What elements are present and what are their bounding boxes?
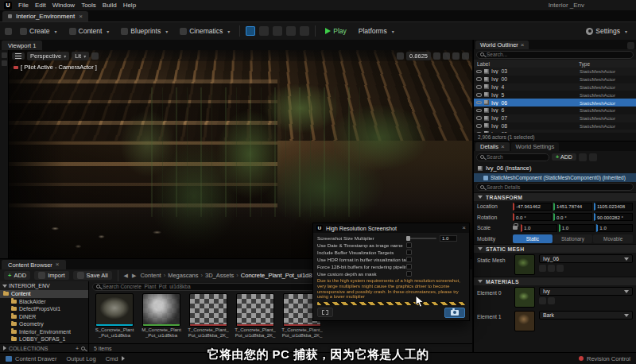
close-icon[interactable]: × bbox=[79, 14, 83, 20]
add-component-button[interactable]: +ADD bbox=[552, 153, 576, 161]
material-1-select[interactable]: Bark bbox=[539, 311, 633, 319]
rail-outliner-icon[interactable] bbox=[2, 60, 7, 66]
browse-to-asset-icon[interactable] bbox=[548, 297, 555, 304]
static-mesh-section-header[interactable]: STATIC MESH bbox=[474, 244, 636, 253]
visibility-eye-icon[interactable] bbox=[476, 93, 482, 97]
transform-section-header[interactable]: TRANSFORM bbox=[474, 192, 636, 201]
visibility-eye-icon[interactable] bbox=[476, 101, 482, 105]
exposure-value[interactable]: 0.8625 bbox=[406, 52, 431, 60]
visibility-eye-icon[interactable] bbox=[476, 77, 482, 81]
play-button[interactable]: Play bbox=[321, 25, 351, 37]
landscape-mode-icon[interactable] bbox=[259, 26, 269, 36]
mobility-stationary-button[interactable]: Stationary bbox=[553, 234, 593, 243]
visibility-eye-icon[interactable] bbox=[476, 85, 482, 89]
static-mesh-select[interactable]: Ivy_06 bbox=[539, 254, 633, 263]
visibility-eye-icon[interactable] bbox=[476, 109, 482, 113]
use-selected-icon[interactable] bbox=[539, 297, 546, 304]
outliner-search-input[interactable] bbox=[487, 52, 630, 57]
perspective-dropdown[interactable]: Perspective bbox=[27, 52, 69, 60]
custom-depth-checkbox[interactable] bbox=[406, 271, 412, 277]
import-button[interactable]: Import bbox=[34, 271, 68, 280]
location-z-field[interactable]: 1105.023408 bbox=[594, 203, 633, 211]
tab-details[interactable]: Details × bbox=[475, 142, 510, 151]
outliner-row[interactable]: Ivy_08StaticMeshActor bbox=[474, 122, 636, 130]
fracture-mode-icon[interactable] bbox=[300, 26, 309, 36]
show-flags-icon[interactable] bbox=[91, 52, 99, 60]
visibility-eye-icon[interactable] bbox=[476, 70, 482, 74]
material-thumbnail[interactable] bbox=[514, 311, 535, 331]
viewport-options-button[interactable] bbox=[12, 52, 25, 60]
asset-item[interactable]: M_Concrete_Plant_Pot_ui1d8kba bbox=[141, 293, 182, 342]
rotation-z-field[interactable]: 90.000282 ° bbox=[594, 213, 633, 221]
menu-window[interactable]: Window bbox=[52, 2, 75, 9]
rotation-y-field[interactable]: 0.0 ° bbox=[553, 213, 592, 221]
outliner-settings-icon[interactable] bbox=[627, 42, 634, 49]
selected-actor-row[interactable]: Ivy_06 (Instance) bbox=[474, 163, 636, 173]
asset-item[interactable]: T_Concrete_Plant_Pot_ui1d8kba_2K_D bbox=[188, 293, 229, 342]
details-search-input[interactable] bbox=[487, 184, 630, 190]
outliner-row[interactable]: Ivy_07StaticMeshActor bbox=[474, 114, 636, 122]
material-0-select[interactable]: Ivy bbox=[539, 287, 633, 296]
visibility-eye-icon[interactable] bbox=[476, 124, 482, 128]
camera-speed-icon[interactable] bbox=[397, 52, 404, 60]
close-icon[interactable]: × bbox=[56, 261, 60, 268]
settings-button[interactable]: Settings bbox=[582, 25, 631, 37]
location-x-field[interactable]: -47.961462 bbox=[513, 203, 552, 211]
menu-build[interactable]: Build bbox=[103, 2, 117, 9]
breadcrumb-content[interactable]: Content bbox=[140, 272, 161, 279]
platforms-button[interactable]: Platforms bbox=[355, 25, 398, 37]
tree-item-interior-environment[interactable]: Interior_Environment bbox=[0, 328, 88, 336]
timestamp-checkbox[interactable] bbox=[406, 242, 412, 248]
scale-snap-icon[interactable] bbox=[452, 52, 460, 60]
outliner-row[interactable]: Ivy_5StaticMeshActor bbox=[474, 91, 636, 99]
hdr-format-checkbox[interactable] bbox=[406, 257, 412, 262]
menu-tools[interactable]: Tools bbox=[81, 2, 96, 9]
content-button[interactable]: Content bbox=[65, 25, 114, 37]
close-icon[interactable]: × bbox=[521, 42, 525, 48]
tree-item-content[interactable]: Content bbox=[0, 290, 88, 298]
lock-icon[interactable] bbox=[513, 226, 518, 230]
menu-help[interactable]: Help bbox=[123, 2, 136, 9]
brush-mode-icon[interactable] bbox=[286, 26, 296, 36]
outliner-row[interactable]: Ivy_03StaticMeshActor bbox=[474, 68, 636, 76]
static-mesh-thumbnail[interactable] bbox=[514, 254, 535, 275]
select-mode-icon[interactable] bbox=[246, 26, 255, 36]
capture-region-button[interactable] bbox=[317, 308, 333, 317]
column-label[interactable]: Label bbox=[477, 61, 579, 67]
close-icon[interactable]: × bbox=[462, 225, 466, 231]
capture-button[interactable] bbox=[444, 308, 465, 318]
save-all-button[interactable]: Save All bbox=[73, 271, 112, 280]
materials-section-header[interactable]: MATERIALS bbox=[474, 277, 636, 285]
tab-world-outliner[interactable]: World Outliner × bbox=[475, 41, 529, 49]
asset-item[interactable]: T_Concrete_Plant_Pot_ui1d8kba_2K_N bbox=[235, 293, 276, 342]
breadcrumb-current-folder[interactable]: Concrete_Plant_Pot_ui1d8kba bbox=[234, 272, 321, 279]
forward-arrow-icon[interactable]: ▶ bbox=[132, 273, 136, 279]
tree-item-geometry[interactable]: Geometry bbox=[0, 320, 88, 328]
mobility-static-button[interactable]: Static bbox=[513, 234, 553, 243]
tab-content-browser[interactable]: Content Browser × bbox=[2, 260, 66, 269]
browse-to-asset-icon[interactable] bbox=[548, 265, 555, 272]
outliner-row[interactable]: Ivy_4StaticMeshActor bbox=[474, 83, 636, 91]
sources-header[interactable]: INTERIOR_ENV bbox=[0, 281, 88, 290]
material-thumbnail[interactable] bbox=[514, 287, 535, 308]
menu-file[interactable]: File bbox=[18, 2, 29, 9]
component-row[interactable]: StaticMeshComponent (StaticMeshComponent… bbox=[474, 173, 636, 182]
blueprints-button[interactable]: Blueprints bbox=[117, 25, 172, 37]
back-arrow-icon[interactable]: ◀ bbox=[124, 273, 128, 279]
menu-edit[interactable]: Edit bbox=[35, 2, 46, 9]
close-icon[interactable]: × bbox=[501, 144, 505, 150]
rotation-snap-icon[interactable] bbox=[443, 52, 450, 60]
snap-grid-icon[interactable] bbox=[433, 52, 440, 60]
force-128bit-checkbox[interactable] bbox=[406, 264, 412, 269]
foliage-mode-icon[interactable] bbox=[273, 26, 282, 36]
mobility-movable-button[interactable]: Movable bbox=[593, 234, 633, 243]
blueprint-edit-icon[interactable] bbox=[579, 153, 587, 161]
multiplier-value-field[interactable]: 1.0 bbox=[440, 235, 457, 242]
tab-viewport-1[interactable]: Viewport 1 bbox=[2, 41, 42, 50]
viewmode-lit-dropdown[interactable]: Lit bbox=[72, 52, 89, 60]
outliner-row[interactable]: Ivy_6StaticMeshActor bbox=[474, 106, 636, 114]
cinematics-button[interactable]: Cinematics bbox=[176, 25, 234, 37]
asset-item[interactable]: S_Concrete_Plant_Pot_ui1d8kba bbox=[94, 293, 135, 342]
buffer-targets-checkbox[interactable] bbox=[406, 250, 412, 255]
breadcrumb-megascans[interactable]: Megascans bbox=[161, 272, 199, 279]
